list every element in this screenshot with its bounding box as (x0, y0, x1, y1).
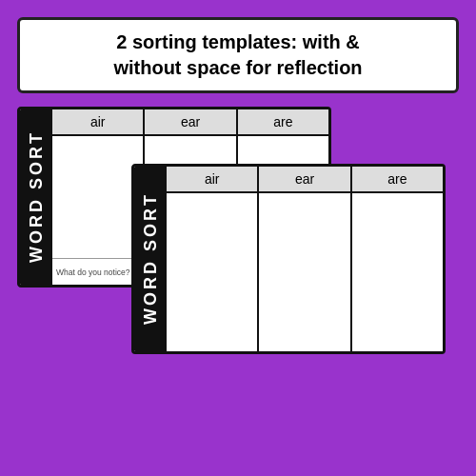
card1-col-are: are (238, 109, 328, 134)
cards-area: WORD SORT air ear are What do you notice… (17, 107, 459, 465)
card2-body-air (167, 193, 259, 351)
card2-header: air ear are (167, 167, 443, 193)
card2-body-ear (259, 193, 351, 351)
word-sort-label-2: WORD SORT (134, 167, 167, 351)
word-sort-label-1: WORD SORT (20, 109, 52, 285)
card2-col-ear: ear (259, 167, 351, 191)
card1-header: air ear are (52, 109, 328, 136)
card1-col-air: air (52, 109, 145, 134)
card2-content: air ear are (167, 167, 443, 351)
card-without-reflection: WORD SORT air ear are (131, 164, 446, 354)
title-box: 2 sorting templates: with & without spac… (17, 17, 459, 93)
card1-col-ear: ear (145, 109, 237, 134)
reflection-prompt: What do you notice? (56, 268, 130, 277)
card2-body-are (352, 193, 443, 351)
card2-col-air: air (167, 167, 259, 191)
card2-col-are: are (352, 167, 443, 191)
card2-body (167, 193, 443, 351)
